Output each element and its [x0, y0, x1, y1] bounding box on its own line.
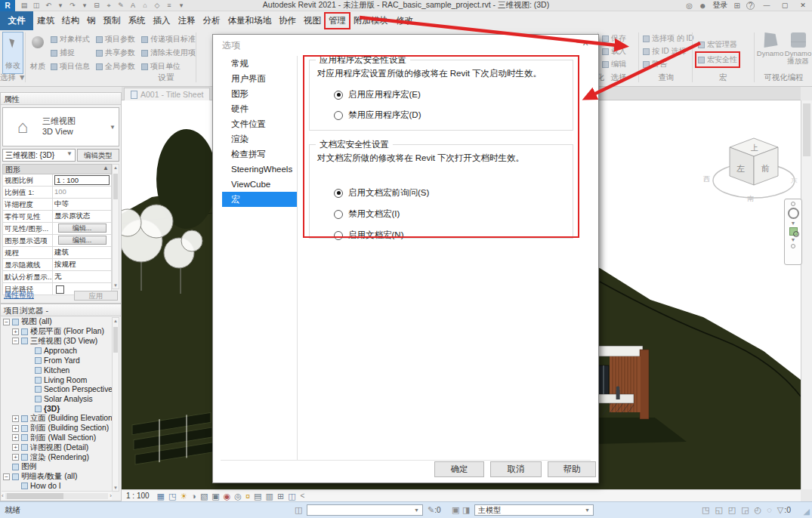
print-icon[interactable]: ⊟ [92, 0, 101, 11]
tree-item[interactable]: − 视图 (all) [2, 317, 112, 327]
drag-on-selection-icon[interactable]: ◴ [755, 505, 762, 515]
view-scale-button[interactable]: 1 : 100 [126, 492, 150, 500]
tree-item[interactable]: − 三维视图 (3D View) [2, 337, 112, 347]
aligned-dimension-icon[interactable]: ✎ [116, 0, 125, 11]
ribbon-tab[interactable]: 文件 [0, 11, 33, 30]
temporary-hide-isolate-icon[interactable]: ◎ [234, 491, 242, 501]
browser-scrollbar[interactable]: ▲▼ [112, 317, 119, 492]
dialog-nav-item[interactable]: 硬件 [222, 101, 297, 116]
sun-path-icon[interactable]: ☀ [180, 491, 187, 501]
cancel-button[interactable]: 取消 [490, 461, 542, 477]
macro-radio-option[interactable]: 启用文档宏(N) [334, 230, 429, 241]
property-value[interactable]: 1 : 100 [53, 174, 111, 186]
tree-item[interactable]: How do I [2, 482, 112, 490]
tree-item[interactable]: + 渲染 (Rendering) [2, 452, 112, 462]
settings-button[interactable]: 项目信息 [51, 60, 90, 73]
detail-level-icon[interactable]: ▦ [157, 491, 165, 501]
close-button[interactable]: ✕ [797, 2, 809, 9]
tree-item[interactable]: 图例 [2, 462, 112, 472]
settings-button[interactable]: 清除未使用项 [141, 46, 196, 60]
inquiry-button[interactable]: 警告 [643, 59, 694, 69]
collapse-viewbar-icon[interactable]: < [301, 492, 305, 500]
revit-logo[interactable]: R [0, 0, 15, 11]
crop-view-icon[interactable]: ▧ [200, 491, 208, 501]
properties-scrollbar[interactable]: ▲▼ [112, 164, 119, 289]
selection-button[interactable]: 载入 [602, 46, 626, 57]
navbar-bottom-icon[interactable] [791, 244, 795, 248]
default-3d-view-icon[interactable]: ⌂ [140, 0, 150, 11]
login-button[interactable]: 登录 [713, 0, 728, 11]
property-value[interactable]: 按规程 [53, 259, 111, 270]
help-icon[interactable]: ? [746, 2, 755, 10]
ribbon-tab[interactable]: 系统 [125, 11, 150, 30]
zoom-icon[interactable] [789, 227, 798, 236]
thin-lines-icon[interactable]: ≡ [165, 0, 174, 11]
dialog-nav-item[interactable]: 检查拼写 [222, 146, 297, 162]
cart-icon[interactable]: ⊞ [734, 2, 740, 10]
select-by-face-icon[interactable]: ◲ [741, 505, 749, 515]
settings-button[interactable]: 传递项目标准 [141, 32, 196, 46]
radio-icon[interactable] [334, 91, 343, 100]
ribbon-tab[interactable]: 管理 [325, 11, 350, 30]
ribbon-tab[interactable]: 结构 [58, 11, 83, 30]
dialog-close-icon[interactable]: ✕ [577, 39, 594, 51]
apply-button[interactable]: 应用 [74, 291, 118, 301]
tree-item[interactable]: Solar Analysis [2, 394, 112, 404]
undo-icon[interactable]: ↶ [44, 0, 53, 11]
inquiry-button[interactable]: 按 ID 选择 [643, 46, 694, 57]
macro-radio-option[interactable]: 启用文档宏前询问(S) [334, 187, 429, 199]
tree-item[interactable]: + 立面 (Building Elevation) [2, 414, 112, 424]
dialog-nav-item[interactable]: SteeringWheels [222, 162, 297, 177]
property-value[interactable]: 编辑... [53, 235, 111, 246]
macro-manager-button[interactable]: 宏管理器 [698, 39, 737, 50]
tree-expander-icon[interactable]: − [3, 319, 10, 325]
steering-wheel-icon[interactable] [788, 208, 799, 219]
radio-icon[interactable] [334, 189, 343, 198]
tree-item[interactable]: {3D} [2, 404, 112, 414]
ribbon-tab[interactable]: 附加模块 [350, 11, 392, 30]
tree-item[interactable]: Kitchen [2, 365, 112, 375]
redo-icon[interactable]: ↷ [68, 0, 77, 11]
settings-button[interactable]: 对象样式 [51, 32, 90, 46]
ribbon-tab[interactable]: 建筑 [33, 11, 58, 30]
property-value[interactable]: 显示原状态 [53, 211, 111, 222]
tree-expander-icon[interactable]: + [12, 415, 19, 422]
tree-item[interactable]: Approach [2, 346, 112, 356]
select-pinned-icon[interactable]: ◰ [728, 505, 736, 515]
inquiry-button[interactable]: 选择项 的 ID [643, 33, 694, 44]
undo-dropdown-icon[interactable]: ▾ [56, 0, 65, 11]
ribbon-tab[interactable]: 协作 [275, 11, 300, 30]
tree-expander-icon[interactable]: + [12, 454, 19, 461]
tree-expander-icon[interactable]: − [12, 338, 19, 344]
property-value[interactable]: 中等 [53, 199, 111, 210]
type-preview[interactable]: ⌂ 三维视图3D View ▼ [2, 107, 119, 146]
dynamo-player-button[interactable]: Dynamo 播放器 [784, 32, 812, 66]
select-underlay-icon[interactable]: ◱ [715, 505, 722, 515]
edit-type-button[interactable]: 编辑类型 [77, 149, 119, 162]
lock-3d-view-icon[interactable]: ◉ [224, 491, 231, 501]
redo-dropdown-icon[interactable]: ▾ [80, 0, 89, 11]
tree-expander-icon[interactable]: + [12, 434, 19, 441]
macro-radio-option[interactable]: 禁用文档宏(I) [334, 208, 429, 220]
radio-icon[interactable] [334, 231, 343, 240]
ribbon-tab[interactable]: 分析 [199, 11, 224, 30]
ribbon-tab[interactable]: 体量和场地 [224, 11, 276, 30]
tree-item[interactable]: + 楼层平面 (Floor Plan) [2, 327, 112, 337]
view-tab-title-sheet[interactable]: A001 - Title Sheet [124, 88, 210, 100]
browser-horizontal-scrollbar[interactable]: ‹› [2, 491, 112, 500]
macro-radio-option[interactable]: 启用应用程序宏(E) [334, 89, 421, 100]
zoom-dropdown-icon[interactable]: ▼ [791, 237, 796, 242]
qat-customize-icon[interactable]: ▾ [177, 0, 186, 11]
select-links-icon[interactable]: ◳ [702, 505, 709, 515]
select-group-label[interactable]: 选择 ▼ [0, 72, 25, 83]
dialog-nav-item[interactable]: 图形 [222, 86, 297, 101]
radio-icon[interactable] [334, 111, 343, 120]
ribbon-tab[interactable]: 注释 [174, 11, 199, 30]
settings-button[interactable]: 项目参数 [96, 32, 135, 46]
settings-button[interactable]: 共享参数 [96, 46, 135, 60]
settings-button[interactable]: 项目单位 [141, 60, 196, 73]
dialog-nav-item[interactable]: 渲染 [222, 131, 297, 146]
tree-item[interactable]: − 明细表/数量 (all) [2, 472, 112, 482]
graphics-section-header[interactable]: 图形▲ [2, 164, 112, 174]
dialog-nav-item[interactable]: 用户界面 [222, 71, 297, 86]
